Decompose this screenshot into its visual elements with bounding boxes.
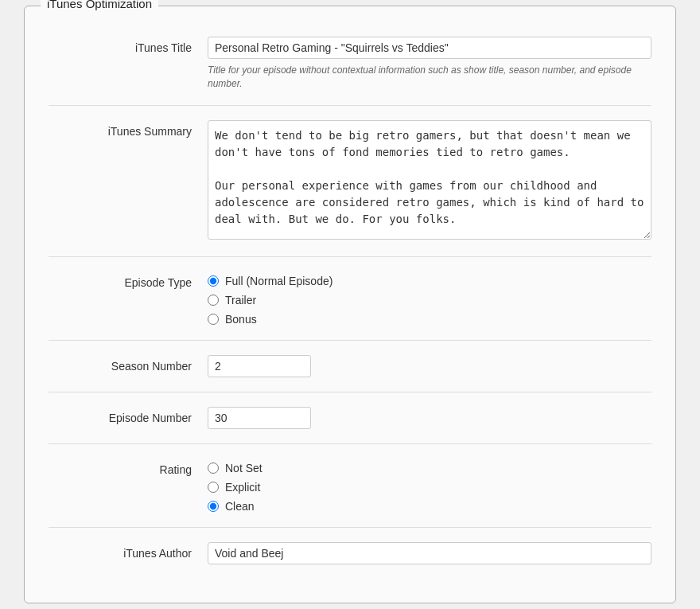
episode-type-bonus-radio[interactable] (208, 314, 219, 325)
rating-label: Rating (49, 459, 208, 476)
rating-radio-group: Not Set Explicit Clean (208, 459, 651, 513)
rating-explicit-label: Explicit (225, 481, 260, 494)
itunes-title-label: iTunes Title (49, 37, 208, 54)
season-number-control (208, 355, 651, 377)
episode-number-control (208, 407, 651, 429)
season-number-input[interactable] (208, 355, 311, 377)
episode-type-trailer-label: Trailer (225, 294, 256, 306)
episode-type-bonus-option[interactable]: Bonus (208, 313, 651, 326)
episode-number-row: Episode Number (49, 392, 651, 444)
rating-control: Not Set Explicit Clean (208, 459, 651, 513)
itunes-author-label: iTunes Author (49, 542, 208, 560)
episode-type-full-option[interactable]: Full (Normal Episode) (208, 275, 651, 287)
episode-type-control: Full (Normal Episode) Trailer Bonus (208, 271, 651, 326)
itunes-summary-label: iTunes Summary (49, 120, 208, 138)
rating-clean-option[interactable]: Clean (208, 500, 651, 513)
rating-clean-radio[interactable] (208, 501, 219, 512)
itunes-summary-row: iTunes Summary We don't tend to be big r… (49, 106, 651, 257)
itunes-author-input[interactable] (208, 542, 651, 564)
itunes-author-row: iTunes Author (49, 528, 651, 579)
episode-number-label: Episode Number (49, 407, 208, 424)
rating-not-set-option[interactable]: Not Set (208, 462, 651, 474)
episode-number-input[interactable] (208, 407, 311, 429)
itunes-title-input[interactable] (208, 37, 651, 59)
rating-row: Rating Not Set Explicit Clean (49, 444, 651, 528)
itunes-summary-control: We don't tend to be big retro gamers, bu… (208, 120, 651, 242)
panel-title: iTunes Optimization (41, 0, 158, 10)
episode-type-trailer-radio[interactable] (208, 295, 219, 306)
season-number-label: Season Number (49, 355, 208, 373)
season-number-row: Season Number (49, 341, 651, 392)
rating-not-set-label: Not Set (225, 462, 262, 474)
rating-clean-label: Clean (225, 500, 255, 513)
episode-type-label: Episode Type (49, 271, 208, 289)
episode-type-full-radio[interactable] (208, 275, 219, 287)
episode-type-row: Episode Type Full (Normal Episode) Trail… (49, 257, 651, 341)
episode-type-radio-group: Full (Normal Episode) Trailer Bonus (208, 271, 651, 326)
episode-type-full-label: Full (Normal Episode) (225, 275, 332, 287)
itunes-title-row: iTunes Title Title for your episode with… (49, 22, 651, 106)
episode-type-bonus-label: Bonus (225, 313, 257, 326)
rating-explicit-radio[interactable] (208, 482, 219, 493)
rating-not-set-radio[interactable] (208, 463, 219, 474)
itunes-author-control (208, 542, 651, 564)
episode-type-trailer-option[interactable]: Trailer (208, 294, 651, 306)
itunes-summary-textarea[interactable]: We don't tend to be big retro gamers, bu… (208, 120, 651, 240)
itunes-title-control: Title for your episode without contextua… (208, 37, 651, 91)
itunes-optimization-panel: iTunes Optimization iTunes Title Title f… (24, 6, 676, 603)
itunes-title-helper: Title for your episode without contextua… (208, 64, 651, 91)
rating-explicit-option[interactable]: Explicit (208, 481, 651, 494)
